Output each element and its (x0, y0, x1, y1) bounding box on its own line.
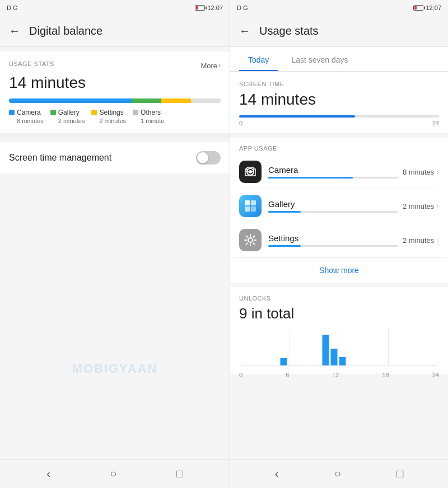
legend-gallery: Gallery 2 minutes (50, 109, 85, 124)
right-status-left: D G (237, 4, 248, 11)
legend-gallery-time: 2 minutes (50, 118, 85, 124)
right-time: 12:07 (426, 4, 441, 11)
left-battery-fill (196, 6, 198, 10)
unlocks-chart: 0 6 12 18 24 (239, 329, 439, 374)
total-screen-time: 14 minutes (9, 74, 221, 92)
right-nav-back-icon[interactable]: ‹ (275, 467, 279, 480)
left-back-button[interactable]: ← (9, 25, 20, 37)
left-status-bar: D G 12:07 (0, 0, 230, 16)
chart-label-24: 24 (432, 372, 439, 378)
camera-app-icon (239, 161, 262, 183)
show-more-container: Show more (230, 257, 448, 283)
right-status-icons: D G (237, 4, 248, 11)
legend-settings-dot (91, 110, 97, 115)
legend-settings-dot-row: Settings (91, 109, 123, 116)
left-header: ← Digital balance (0, 16, 230, 47)
settings-icon (242, 232, 258, 248)
left-nav-recents-icon[interactable]: □ (176, 467, 183, 480)
left-nav-back-icon[interactable]: ‹ (46, 467, 50, 480)
chart-label-18: 18 (382, 372, 389, 378)
gallery-usage-fill (268, 211, 301, 213)
usage-legend: Camera 8 minutes Gallery 2 minutes Setti… (9, 109, 221, 124)
gallery-app-icon (239, 195, 262, 217)
legend-camera: Camera 8 minutes (9, 109, 44, 124)
divider-1 (0, 133, 230, 138)
more-chevron-icon: › (218, 62, 221, 69)
app-row-camera[interactable]: Camera 8 minutes › (239, 155, 439, 189)
right-nav-home-icon[interactable]: ○ (334, 467, 341, 480)
unlocks-chart-svg (239, 329, 439, 368)
unlocks-section: UNLOCKS 9 in total 0 6 12 18 (230, 287, 448, 374)
left-page-title: Digital balance (29, 25, 102, 37)
usage-stats-header-row: USAGE STATS More › (9, 60, 221, 71)
svg-rect-4 (251, 200, 256, 205)
more-label[interactable]: More (200, 62, 217, 70)
screen-time-management-section: Screen time management (0, 142, 230, 173)
legend-camera-name: Camera (17, 109, 41, 116)
svg-rect-6 (251, 207, 256, 212)
usage-stats-label: USAGE STATS (9, 60, 54, 67)
right-status-bar: D G 12:07 (230, 0, 448, 16)
tab-last-seven-days[interactable]: Last seven days (282, 51, 357, 71)
right-battery-icon (413, 5, 423, 11)
camera-chevron-icon: › (436, 167, 439, 176)
chart-label-0: 0 (239, 372, 242, 378)
app-row-settings[interactable]: Settings 2 minutes › (239, 223, 439, 257)
show-more-button[interactable]: Show more (319, 266, 359, 275)
right-total-time: 14 minutes (239, 91, 439, 109)
right-status-right: 12:07 (413, 4, 441, 11)
chart-label-6: 6 (286, 372, 289, 378)
app-row-gallery[interactable]: Gallery 2 minutes › (239, 189, 439, 223)
right-nav-recents-icon[interactable]: □ (396, 467, 403, 480)
gallery-app-info: Gallery (268, 199, 398, 213)
svg-point-7 (248, 238, 253, 242)
settings-chevron-icon: › (436, 236, 439, 245)
right-battery-fill (414, 6, 416, 10)
left-nav-home-icon[interactable]: ○ (110, 467, 116, 480)
toggle-knob (197, 152, 208, 163)
camera-usage-fill (268, 177, 353, 179)
screen-time-management-label: Screen time management (9, 153, 111, 163)
legend-others-name: Others (141, 109, 161, 116)
legend-settings-name: Settings (99, 109, 123, 116)
time-bar-container: 0 24 (239, 115, 439, 131)
bar-settings (161, 98, 191, 103)
gallery-usage-bar (268, 211, 398, 213)
unlocks-label: UNLOCKS (239, 295, 439, 302)
legend-others-time: 1 minute (133, 118, 164, 124)
left-status-left: D G (7, 4, 18, 11)
tab-today[interactable]: Today (239, 51, 278, 71)
legend-camera-dot (9, 110, 15, 115)
screen-time-toggle[interactable] (196, 151, 221, 165)
svg-rect-10 (331, 349, 338, 365)
legend-gallery-name: Gallery (58, 109, 80, 116)
settings-usage-bar (268, 245, 398, 247)
more-button[interactable]: More › (200, 62, 221, 70)
gallery-time: 2 minutes (403, 202, 434, 210)
watermark: MOBIGYAAN (72, 362, 158, 376)
time-bar-track (239, 115, 439, 118)
gallery-icon (242, 198, 258, 214)
camera-usage-bar (268, 177, 398, 179)
camera-icon (242, 164, 258, 180)
bar-gallery (132, 98, 161, 103)
settings-usage-fill (268, 245, 301, 247)
legend-others: Others 1 minute (133, 109, 164, 124)
settings-time: 2 minutes (403, 236, 434, 245)
svg-rect-5 (245, 207, 250, 212)
left-panel: D G 12:07 ← Digital balance USAGE STATS … (0, 0, 230, 488)
settings-app-info: Settings (268, 233, 398, 247)
screen-time-label: SCREEN TIME (239, 81, 439, 87)
bar-others (191, 98, 221, 103)
right-nav-bar: ‹ ○ □ (230, 459, 448, 488)
left-nav-bar: ‹ ○ □ (0, 459, 230, 488)
svg-rect-9 (323, 335, 329, 365)
legend-gallery-dot-row: Gallery (50, 109, 80, 116)
right-back-button[interactable]: ← (239, 25, 250, 37)
unlocks-count: 9 in total (239, 305, 439, 322)
time-bar-fill (239, 115, 355, 118)
bar-camera (9, 98, 132, 103)
legend-others-dot-row: Others (133, 109, 161, 116)
legend-camera-time: 8 minutes (9, 118, 44, 124)
svg-rect-12 (281, 358, 287, 365)
